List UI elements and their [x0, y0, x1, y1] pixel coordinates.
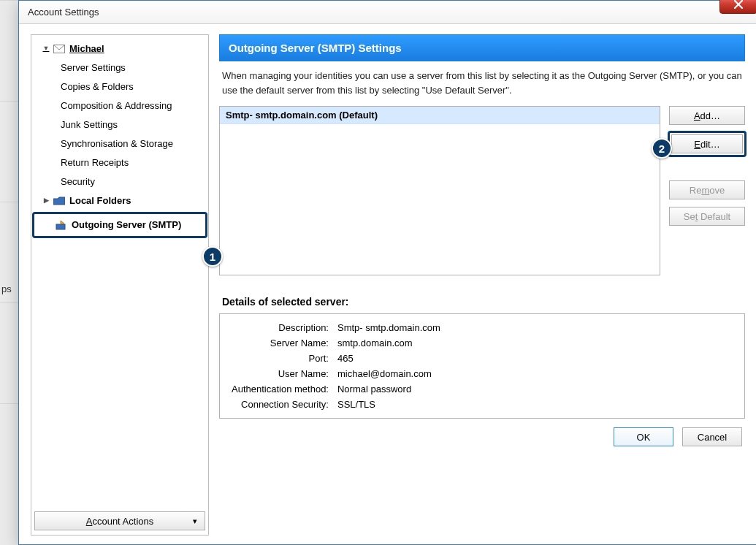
svg-rect-1 — [56, 224, 65, 229]
button-label: Edit… — [694, 139, 719, 150]
detail-label-auth-method: Authentication method: — [227, 381, 333, 397]
background-text: ps — [1, 283, 12, 294]
detail-label-user-name: User Name: — [227, 366, 333, 381]
titlebar: Account Settings — [19, 1, 756, 24]
detail-label-server-name: Server Name: — [227, 335, 333, 351]
remove-button[interactable]: Remove — [669, 180, 745, 199]
outgoing-server-icon — [56, 220, 67, 230]
button-label: Cancel — [698, 432, 727, 443]
main-panel: Outgoing Server (SMTP) Settings When man… — [219, 34, 745, 536]
tree-label: Junk Settings — [61, 118, 118, 132]
detail-value-port: 465 — [333, 351, 445, 366]
set-default-button[interactable]: Set Default — [669, 207, 745, 226]
detail-label-description: Description: — [227, 320, 333, 335]
panel-title: Outgoing Server (SMTP) Settings — [219, 34, 745, 61]
detail-value-auth-method: Normal password — [333, 381, 445, 397]
account-settings-dialog: Account Settings Michael — [18, 0, 756, 545]
button-label: OK — [637, 432, 651, 443]
edit-button[interactable]: Edit… — [671, 134, 743, 153]
tree-local-folders[interactable]: Local Folders — [34, 191, 205, 210]
tree-item-server-settings[interactable]: Server Settings — [34, 58, 205, 77]
smtp-server-list[interactable]: Smtp- smtp.domain.com (Default) — [219, 106, 660, 275]
tree-label: Server Settings — [61, 61, 126, 75]
folder-icon — [53, 196, 65, 206]
close-icon — [733, 0, 744, 11]
close-button[interactable] — [719, 0, 756, 14]
cancel-button[interactable]: Cancel — [682, 427, 742, 446]
detail-label-port: Port: — [227, 351, 333, 366]
server-details: Description:Smtp- smtp.domain.com Server… — [219, 313, 745, 419]
detail-value-user-name: michael@domain.com — [333, 366, 445, 381]
detail-label-conn-security: Connection Security: — [227, 397, 333, 412]
tree-label: Security — [61, 175, 95, 188]
button-label: Add… — [694, 110, 720, 121]
tree-label: Synchronisation & Storage — [61, 137, 173, 150]
tree-label: Composition & Addressing — [61, 99, 172, 113]
envelope-icon — [53, 44, 65, 54]
tree-item-composition-addressing[interactable]: Composition & Addressing — [34, 96, 205, 115]
badge-number: 2 — [659, 142, 665, 155]
account-tree: Michael Server Settings Copies & Folders… — [31, 34, 209, 536]
button-label: Set Default — [684, 211, 730, 222]
smtp-server-list-item[interactable]: Smtp- smtp.domain.com (Default) — [220, 107, 660, 124]
tree-label: Copies & Folders — [61, 80, 134, 94]
callout-badge-1: 1 — [202, 246, 223, 267]
button-label: Account Actions — [86, 516, 154, 527]
tree-label: Outgoing Server (SMTP) — [72, 218, 181, 232]
detail-value-description: Smtp- smtp.domain.com — [333, 320, 445, 335]
tree-item-junk-settings[interactable]: Junk Settings — [34, 115, 205, 134]
detail-value-server-name: smtp.domain.com — [333, 335, 445, 351]
badge-number: 1 — [210, 251, 215, 263]
account-actions-button[interactable]: Account Actions ▾ — [34, 511, 205, 530]
tree-item-copies-folders[interactable]: Copies & Folders — [34, 77, 205, 96]
tree-outgoing-server-smtp[interactable]: Outgoing Server (SMTP) — [37, 216, 203, 235]
chevron-down-icon: ▾ — [193, 517, 197, 526]
add-button[interactable]: Add… — [669, 106, 745, 125]
tree-item-security[interactable]: Security — [34, 172, 205, 191]
panel-description: When managing your identities you can us… — [219, 61, 745, 106]
detail-value-conn-security: SSL/TLS — [333, 397, 445, 412]
tree-account-michael[interactable]: Michael — [34, 39, 205, 58]
button-label: Remove — [690, 185, 725, 196]
tree-item-return-receipts[interactable]: Return Receipts — [34, 153, 205, 172]
details-heading: Details of selected server: — [222, 296, 745, 308]
window-title: Account Settings — [28, 7, 99, 18]
tree-label: Local Folders — [69, 194, 131, 207]
callout-badge-2: 2 — [652, 138, 672, 159]
tree-item-sync-storage[interactable]: Synchronisation & Storage — [34, 134, 205, 153]
ok-button[interactable]: OK — [614, 427, 673, 446]
chevron-right-icon — [42, 194, 50, 207]
tree-label: Michael — [69, 42, 104, 56]
chevron-down-icon — [42, 42, 50, 55]
tree-label: Return Receipts — [61, 156, 129, 169]
